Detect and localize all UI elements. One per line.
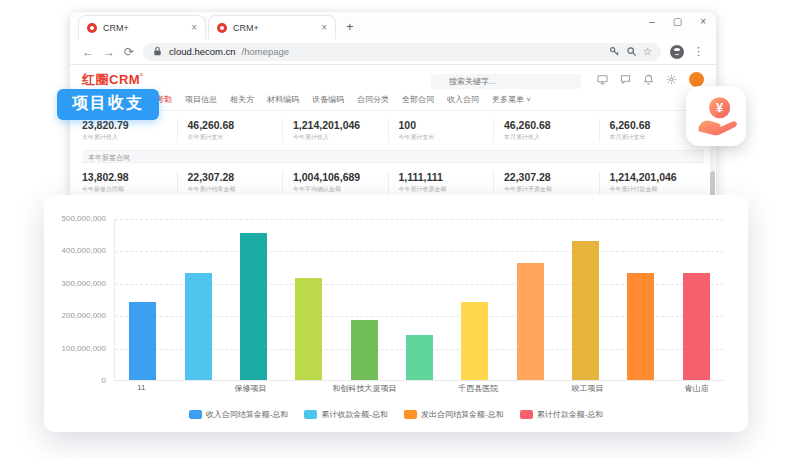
bookmark-star-icon[interactable]: ☆ <box>643 47 652 57</box>
stat-value: 100 <box>399 119 494 131</box>
stat-label: 今年累计开票金额 <box>504 185 599 194</box>
crm-nav-item-8[interactable]: 合同分类 <box>357 94 389 105</box>
bell-icon[interactable] <box>643 74 654 85</box>
zoom-icon[interactable] <box>626 46 637 57</box>
stat-value: 1,004,106,689 <box>293 171 388 183</box>
crm-nav-item-5[interactable]: 相关方 <box>230 94 254 105</box>
back-icon[interactable]: ← <box>82 46 94 58</box>
key-icon[interactable] <box>609 46 620 57</box>
crm-nav-item-11[interactable]: 更多菜单 ˅ <box>492 94 531 105</box>
crm-nav-item-7[interactable]: 设备编码 <box>312 94 344 105</box>
chart-bar-6[interactable] <box>406 335 433 380</box>
stat-value: 23,820.79 <box>82 119 177 131</box>
svg-text:¥: ¥ <box>716 100 724 115</box>
url-host: cloud.hecom.cn <box>169 46 236 57</box>
stat-card: 1,111,111今年累计收票金额 <box>388 171 494 194</box>
chart-bar-11[interactable] <box>683 273 710 380</box>
y-tick-label: 0 <box>44 376 106 385</box>
chart-bar-5[interactable] <box>351 320 378 380</box>
bar-slot <box>558 219 613 380</box>
legend-swatch <box>404 410 417 419</box>
legend-item-3[interactable]: 发出合同结算金额-总和 <box>404 409 504 420</box>
tab-close-icon[interactable]: × <box>191 23 197 33</box>
crm-logo: 红圈CRM° <box>82 71 143 89</box>
crm-nav-item-10[interactable]: 收入合同 <box>447 94 479 105</box>
crm-search-input[interactable] <box>431 74 581 89</box>
legend-item-2[interactable]: 累计收款金额-总和 <box>304 409 388 420</box>
window-controls: – ▢ × <box>649 16 706 27</box>
x-axis-label: 竣工项目 <box>560 383 615 394</box>
tab-title: CRM+ <box>233 23 315 33</box>
chart-bar-9[interactable] <box>572 241 599 380</box>
y-tick-label: 100,000,000 <box>44 344 106 353</box>
chart-bar-4[interactable] <box>295 278 322 380</box>
bar-chart-plot <box>114 219 724 381</box>
new-tab-button[interactable]: + <box>346 19 354 34</box>
stat-value: 46,260.68 <box>504 119 599 131</box>
address-bar: ← → ⟳ cloud.hecom.cn/homepage ☆ ⋮ <box>70 39 716 65</box>
legend-label: 累计收款金额-总和 <box>321 409 388 420</box>
x-axis-label <box>278 383 333 394</box>
legend-item-1[interactable]: 收入合同结算金额-总和 <box>189 409 289 420</box>
stats-row-1: 23,820.79去年累计收入46,260.68去年累计支出1,214,201,… <box>70 111 716 146</box>
stat-card: 1,004,106,689今年平均确认金额 <box>282 171 388 194</box>
chart-card: 500,000,000400,000,000300,000,000200,000… <box>44 195 748 432</box>
x-axis-label <box>169 383 224 394</box>
stats-row-2: 13,802.98今年新签合同额22,307.28今年累计结算金额1,004,1… <box>70 163 716 198</box>
x-axis-label: 和创科技大厦项目 <box>332 383 396 394</box>
x-axis-label <box>396 383 451 394</box>
close-button[interactable]: × <box>700 16 706 27</box>
crm-favicon-icon <box>87 23 97 33</box>
stat-value: 22,307.28 <box>504 171 599 183</box>
legend-item-4[interactable]: 累计付款金额-总和 <box>520 409 604 420</box>
maximize-button[interactable]: ▢ <box>673 16 682 27</box>
legend-swatch <box>304 410 317 419</box>
stat-value: 22,307.28 <box>188 171 283 183</box>
tab-title: CRM+ <box>103 23 185 33</box>
browser-tab-2[interactable]: CRM+× <box>208 15 336 39</box>
bar-slot <box>447 219 502 380</box>
legend-label: 累计付款金额-总和 <box>537 409 604 420</box>
bar-slot <box>115 219 170 380</box>
chart-bar-7[interactable] <box>461 302 488 380</box>
gear-icon[interactable] <box>666 74 677 85</box>
browser-tab-1[interactable]: CRM+× <box>78 15 206 39</box>
browser-menu-icon[interactable]: ⋮ <box>693 45 704 58</box>
y-tick-label: 500,000,000 <box>44 214 106 223</box>
legend-swatch <box>189 410 202 419</box>
url-field[interactable]: cloud.hecom.cn/homepage ☆ <box>143 43 661 61</box>
chart-legend: 收入合同结算金额-总和累计收款金额-总和发出合同结算金额-总和累计付款金额-总和 <box>44 409 748 420</box>
browser-profile-avatar[interactable] <box>670 45 684 59</box>
monitor-icon[interactable] <box>597 74 608 85</box>
stat-value: 1,214,201,046 <box>610 171 705 183</box>
forward-icon[interactable]: → <box>103 46 115 58</box>
scrollbar-thumb[interactable] <box>710 171 715 198</box>
stat-card: 13,802.98今年新签合同额 <box>82 171 177 194</box>
chart-bar-8[interactable] <box>517 263 544 380</box>
chart-bar-10[interactable] <box>627 273 654 380</box>
tab-strip: CRM+×CRM+× + – ▢ × <box>70 12 716 39</box>
crm-nav-item-4[interactable]: 项目信息 <box>185 94 217 105</box>
y-tick-label: 400,000,000 <box>44 246 106 255</box>
bar-slot <box>669 219 724 380</box>
x-axis-labels: 11保修项目和创科技大厦项目千西县医院竣工项目青山庙 <box>114 383 724 394</box>
tab-close-icon[interactable]: × <box>321 23 327 33</box>
reload-icon[interactable]: ⟳ <box>124 46 134 58</box>
crm-page: 红圈CRM° 首页重要提醒考勤项目信息相关方材料编码设备编码合同分类全部合同收入… <box>70 65 716 198</box>
chat-icon[interactable] <box>620 74 631 85</box>
stat-label: 今年累计收入 <box>293 133 388 142</box>
crm-nav-item-6[interactable]: 材料编码 <box>267 94 299 105</box>
chart-bar-1[interactable] <box>129 302 156 380</box>
chart-bar-3[interactable] <box>240 233 267 380</box>
crm-nav-item-9[interactable]: 全部合同 <box>402 94 434 105</box>
url-path: /homepage <box>242 46 290 57</box>
stat-card: 100今年累计支出 <box>388 119 494 142</box>
minimize-button[interactable]: – <box>649 16 655 27</box>
stat-label: 去年累计支出 <box>188 133 283 142</box>
chart-bar-2[interactable] <box>185 273 212 380</box>
stat-label: 今年累计支出 <box>399 133 494 142</box>
stat-label: 本月累计收入 <box>504 133 599 142</box>
crm-user-avatar[interactable] <box>689 72 704 87</box>
bar-slot <box>503 219 558 380</box>
x-axis-label: 青山庙 <box>669 383 724 394</box>
